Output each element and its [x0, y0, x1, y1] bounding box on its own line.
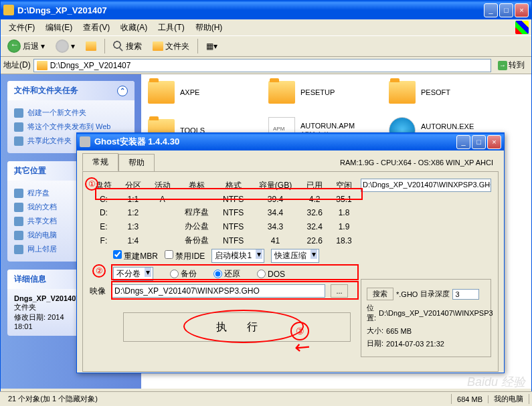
menubar: 文件(F) 编辑(E) 查看(V) 收藏(A) 工具(T) 帮助(H): [1, 19, 531, 35]
image-label: 映像: [90, 286, 106, 297]
menu-tools[interactable]: 工具(T): [153, 21, 189, 35]
folder-icon: [3, 5, 14, 15]
collapse-icon[interactable]: ⌃: [117, 86, 128, 96]
tab-help[interactable]: 帮助: [118, 154, 155, 171]
rebuild-mbr-checkbox[interactable]: 重建MBR: [113, 250, 158, 262]
forward-icon: [56, 39, 69, 53]
publish-icon: [14, 122, 23, 132]
annotation-2: ②: [92, 264, 106, 278]
back-button[interactable]: 后退 ▾: [3, 38, 49, 54]
ghost-close-button[interactable]: ×: [487, 135, 501, 149]
folder-icon: [389, 81, 416, 104]
up-button[interactable]: [82, 40, 100, 52]
up-folder-icon: [86, 41, 96, 51]
compress-combo[interactable]: 快速压缩: [271, 249, 319, 263]
ghost-maximize-button[interactable]: □: [472, 135, 486, 149]
task-publish[interactable]: 将这个文件夹发布到 Web: [14, 120, 128, 134]
folder-icon: [268, 81, 295, 104]
share-icon: [14, 136, 23, 146]
views-button[interactable]: ▦▾: [202, 40, 221, 52]
ghost-installer-dialog: Ghost安装器 1.4.4.30 _ □ × 常规 帮助 RAM:1.9G -…: [76, 132, 505, 373]
depth-label: 目录深度: [420, 289, 450, 299]
table-row-e[interactable]: E:1:3办公盘NTFS34.332.41.9: [90, 220, 358, 233]
folder-icon: [37, 61, 48, 70]
menu-favorites[interactable]: 收藏(A): [115, 21, 153, 35]
radio-row: 不分卷 备份 还原 DOS: [113, 267, 285, 281]
radio-backup[interactable]: 备份: [170, 267, 197, 281]
addressbar: 地址(D) D:\Dngs_XP_V201407 →转到: [1, 57, 531, 74]
browse-button[interactable]: ...: [331, 284, 348, 298]
annotation-oval-3: [183, 310, 304, 343]
folders-button[interactable]: 文件夹: [149, 39, 193, 54]
pattern-label: *.GHO: [396, 290, 418, 298]
go-arrow-icon: →: [498, 61, 507, 70]
minimize-button[interactable]: _: [484, 3, 498, 17]
tab-pane: 盘符 分区 活动 卷标 格式 容量(GB) 已用 空闲 C:1:1ANTFS39…: [82, 171, 499, 372]
depth-input[interactable]: [452, 289, 479, 300]
network-icon: [14, 245, 23, 254]
ghost-window-controls: _ □ ×: [456, 135, 501, 149]
search-row: 搜索 *.GHO 目录深度: [367, 288, 485, 300]
split-combo[interactable]: 不分卷: [113, 267, 153, 281]
menu-file[interactable]: 文件(F): [3, 21, 40, 35]
disk-table: 盘符 分区 活动 卷标 格式 容量(GB) 已用 空闲 C:1:1ANTFS39…: [88, 177, 359, 248]
statusbar: 21 个对象(加 1 个隐藏对象) 684 MB 我的电脑: [0, 391, 532, 406]
close-button[interactable]: ×: [515, 3, 529, 17]
search-icon: [113, 41, 124, 52]
col-format: 格式: [216, 179, 250, 193]
col-partition: 分区: [119, 179, 147, 193]
ghost-title: Ghost安装器 1.4.4.30: [94, 136, 456, 148]
image-row: 映像 ...: [90, 284, 348, 298]
table-row-d[interactable]: D:1:2程序盘NTFS34.432.61.8: [90, 206, 358, 219]
separator: [104, 39, 105, 54]
address-input[interactable]: D:\Dngs_XP_V201407: [33, 59, 491, 72]
explorer-titlebar: D:\Dngs_XP_V201407 _ □ ×: [1, 1, 531, 19]
radio-restore[interactable]: 还原: [213, 267, 240, 281]
folder-pesetup[interactable]: PESETUP: [268, 81, 375, 104]
go-button[interactable]: →转到: [494, 58, 529, 72]
col-used: 已用: [300, 179, 329, 193]
ghost-titlebar: Ghost安装器 1.4.4.30 _ □ ×: [77, 133, 504, 150]
ghost-minimize-button[interactable]: _: [456, 135, 470, 149]
radio-dos[interactable]: DOS: [257, 267, 285, 281]
ghost-icon: [80, 136, 90, 147]
info-box: 搜索 *.GHO 目录深度 位置:D:\Dngs_XP_V201407\WINX…: [361, 279, 491, 357]
menu-view[interactable]: 查看(V): [78, 21, 115, 35]
tab-general[interactable]: 常规: [82, 153, 118, 171]
col-label: 卷标: [178, 179, 215, 193]
shared-icon: [14, 217, 23, 226]
forward-button[interactable]: ▾: [52, 38, 79, 54]
boot-module-combo[interactable]: 启动模块1: [211, 249, 264, 263]
table-row-f[interactable]: F:1:4备份盘NTFS4122.618.3: [90, 234, 358, 247]
menu-help[interactable]: 帮助(H): [190, 21, 228, 35]
menu-edit[interactable]: 编辑(E): [40, 21, 78, 35]
date-row: 日期:2014-07-03 21:32: [367, 338, 485, 348]
search-button[interactable]: 搜索: [109, 39, 146, 54]
right-panel: D:\Dngs_XP_V201407\WINXPSP3.GHO 搜索 *.GHO…: [361, 179, 491, 357]
tasks-header: 文件和文件夹任务⌃: [7, 81, 135, 100]
right-path-box[interactable]: D:\Dngs_XP_V201407\WINXPSP3.GHO: [361, 179, 491, 192]
col-free: 空闲: [330, 179, 358, 193]
back-icon: [7, 39, 21, 53]
loc-row: 位置:D:\Dngs_XP_V201407\WINXPSP3: [367, 303, 485, 323]
address-label: 地址(D): [3, 60, 31, 71]
col-active: 活动: [149, 179, 177, 193]
disable-ide-checkbox[interactable]: 禁用IDE: [165, 250, 205, 262]
folder-axpe[interactable]: AXPE: [148, 81, 255, 104]
window-title: D:\Dngs_XP_V201407: [17, 5, 484, 15]
size-row: 大小:665 MB: [367, 326, 485, 336]
status-size: 684 MB: [452, 395, 489, 403]
col-capacity: 容量(GB): [252, 179, 299, 193]
computer-icon: [14, 231, 23, 240]
drive-icon: [14, 189, 23, 198]
ghost-content: 常规 帮助 RAM:1.9G - CPU:X64 - OS:X86 WIN_XP…: [77, 150, 504, 373]
maximize-button[interactable]: □: [499, 3, 513, 17]
folder-pesoft[interactable]: PESOFT: [389, 81, 496, 104]
search-button[interactable]: 搜索: [367, 288, 393, 300]
toolbar: 后退 ▾ ▾ 搜索 文件夹 ▦▾: [1, 35, 531, 57]
table-header-row: 盘符 分区 活动 卷标 格式 容量(GB) 已用 空闲: [90, 179, 358, 193]
image-path-input[interactable]: [111, 284, 325, 298]
task-new-folder[interactable]: 创建一个新文件夹: [14, 106, 128, 120]
table-row-c[interactable]: C:1:1ANTFS39.44.235.1: [90, 194, 358, 205]
tab-row: 常规 帮助 RAM:1.9G - CPU:X64 - OS:X86 WIN_XP…: [77, 150, 504, 171]
